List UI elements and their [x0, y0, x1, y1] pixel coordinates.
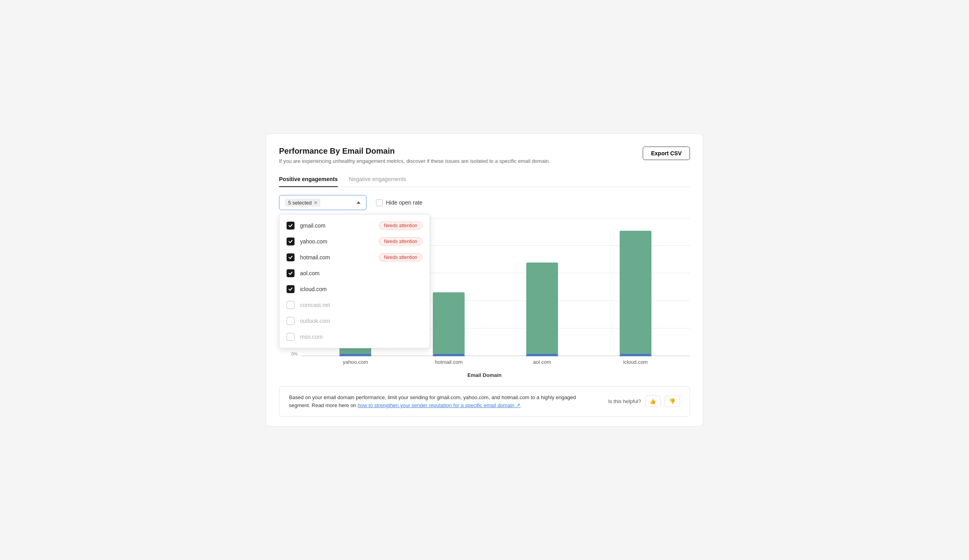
- dropdown-item-icloud[interactable]: icloud.com: [279, 281, 430, 297]
- domain-label-aol: aol.com: [300, 270, 422, 276]
- controls-row: 5 selected × Hide open rate gmail.com Ne…: [279, 195, 690, 210]
- thumbs-up-button[interactable]: 👍: [645, 396, 661, 407]
- bar-green-aol: [526, 263, 558, 354]
- selected-count-text: 5 selected: [288, 200, 312, 206]
- domain-dropdown-trigger[interactable]: 5 selected ×: [279, 195, 366, 210]
- domain-label-msn: msn.com: [300, 334, 422, 340]
- x-axis-labels: yahoo.com hotmail.com aol.com icloud.com: [301, 359, 690, 365]
- x-label-icloud: icloud.com: [589, 359, 682, 365]
- dropdown-item-outlook[interactable]: outlook.com: [279, 313, 430, 329]
- page-title: Performance By Email Domain: [279, 147, 550, 156]
- dropdown-item-gmail[interactable]: gmail.com Needs attention: [279, 218, 430, 234]
- insight-text-after: .: [520, 402, 522, 408]
- dropdown-menu: gmail.com Needs attention yahoo.com Need…: [279, 214, 430, 348]
- bar-blue-icloud: [620, 354, 651, 356]
- checkbox-comcast[interactable]: [287, 301, 295, 309]
- x-axis-title: Email Domain: [279, 372, 690, 378]
- chevron-up-icon: [357, 201, 360, 204]
- checkbox-aol[interactable]: [287, 269, 295, 277]
- insight-text: Based on your email domain performance, …: [289, 394, 595, 409]
- bar-blue-aol: [526, 354, 558, 356]
- domain-label-yahoo: yahoo.com: [300, 238, 373, 245]
- checkbox-gmail[interactable]: [287, 222, 295, 230]
- domain-label-comcast: comcast.net: [300, 302, 422, 308]
- bar-blue-yahoo: [339, 354, 371, 356]
- header-row: Performance By Email Domain If you are e…: [279, 147, 690, 164]
- thumbs-down-icon: 👎: [669, 398, 676, 404]
- domain-label-gmail: gmail.com: [300, 222, 373, 229]
- tabs-container: Positive engagements Negative engagement…: [279, 172, 690, 187]
- helpful-section: Is this helpful? 👍 👎: [608, 396, 680, 407]
- helpful-label: Is this helpful?: [608, 398, 641, 406]
- x-label-hotmail: hotmail.com: [402, 359, 496, 365]
- x-label-yahoo: yahoo.com: [309, 359, 402, 365]
- dropdown-item-comcast[interactable]: comcast.net: [279, 297, 430, 313]
- bar-group-aol: [496, 263, 589, 356]
- insight-link-text: how to strengthen your sender reputation…: [358, 402, 515, 408]
- needs-attention-badge-hotmail: Needs attention: [379, 253, 422, 261]
- y-label-0: 0%: [291, 351, 298, 356]
- insight-box: Based on your email domain performance, …: [279, 386, 690, 417]
- bar-group-icloud: [589, 231, 682, 356]
- bar-green-hotmail: [433, 292, 465, 354]
- dropdown-item-aol[interactable]: aol.com: [279, 265, 430, 281]
- needs-attention-badge-gmail: Needs attention: [379, 222, 422, 230]
- hide-open-rate-label[interactable]: Hide open rate: [376, 199, 422, 206]
- export-csv-button[interactable]: Export CSV: [643, 147, 690, 160]
- x-label-aol: aol.com: [496, 359, 589, 365]
- tab-positive-engagements[interactable]: Positive engagements: [279, 172, 338, 187]
- needs-attention-badge-yahoo: Needs attention: [379, 238, 422, 245]
- domain-label-outlook: outlook.com: [300, 318, 422, 324]
- checkbox-msn[interactable]: [287, 333, 295, 341]
- bar-blue-hotmail: [433, 354, 465, 356]
- hide-open-rate-checkbox[interactable]: [376, 199, 383, 206]
- main-card: Performance By Email Domain If you are e…: [266, 133, 703, 427]
- domain-label-hotmail: hotmail.com: [300, 254, 373, 261]
- thumbs-down-button[interactable]: 👎: [665, 396, 680, 407]
- clear-selection-icon[interactable]: ×: [314, 199, 317, 206]
- tab-negative-engagements[interactable]: Negative engagements: [349, 172, 406, 187]
- header-left: Performance By Email Domain If you are e…: [279, 147, 550, 164]
- hide-open-rate-text: Hide open rate: [386, 199, 422, 206]
- dropdown-item-hotmail[interactable]: hotmail.com Needs attention: [279, 249, 430, 265]
- thumbs-up-icon: 👍: [649, 398, 656, 404]
- checkbox-hotmail[interactable]: [287, 253, 295, 261]
- insight-link[interactable]: how to strengthen your sender reputation…: [358, 402, 520, 408]
- selected-count-badge: 5 selected ×: [285, 199, 320, 207]
- dropdown-trigger-left: 5 selected ×: [285, 199, 320, 207]
- bar-green-icloud: [620, 231, 651, 354]
- domain-label-icloud: icloud.com: [300, 286, 422, 292]
- dropdown-item-msn[interactable]: msn.com: [279, 329, 430, 345]
- page-subtitle: If you are experiencing unhealthy engage…: [279, 158, 550, 164]
- checkbox-outlook[interactable]: [287, 317, 295, 325]
- checkbox-icloud[interactable]: [287, 285, 295, 293]
- checkbox-yahoo[interactable]: [287, 238, 295, 245]
- dropdown-item-yahoo[interactable]: yahoo.com Needs attention: [279, 234, 430, 249]
